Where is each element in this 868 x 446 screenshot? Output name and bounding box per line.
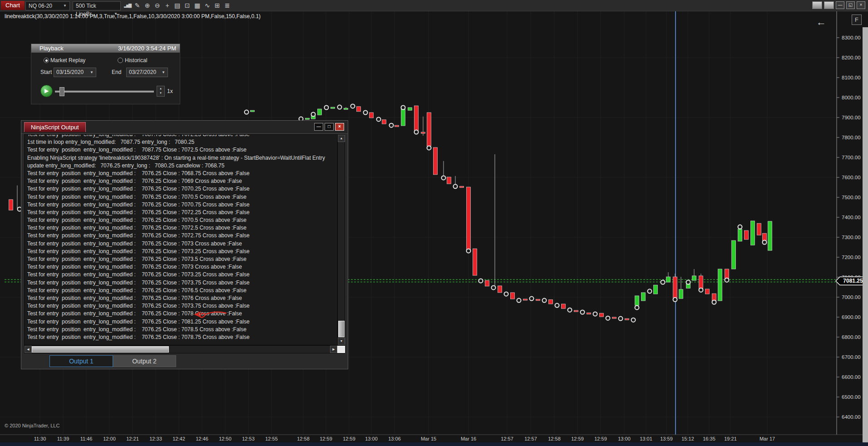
ninjascript-output-window: NinjaScript Output —□× Test for entry po… [21,120,348,369]
market-replay-radio[interactable] [44,58,49,63]
svg-text:6900.00: 6900.00 [842,314,861,320]
start-date-dropdown[interactable]: 03/15/2020▼ [54,68,96,77]
data-box-icon[interactable]: ▤ [173,0,181,10]
minimize-icon[interactable]: — [314,123,323,131]
close-icon[interactable]: × [335,123,344,131]
tab-chart[interactable]: Chart [1,1,25,10]
play-button[interactable]: ▶ [40,85,53,97]
scroll-down-icon[interactable]: ▼ [338,338,345,345]
speed-slider-track[interactable] [55,91,154,93]
close-icon[interactable]: × [857,1,865,9]
workspace-square-1-button[interactable] [812,1,822,9]
log-line: Test for entry position entry_long_modif… [27,255,337,263]
svg-text:8000.00: 8000.00 [842,95,861,100]
output-tabs: Output 1 Output 2 [49,355,176,367]
bar-chart-icon[interactable]: ▂▅▇ [123,0,131,10]
log-line: Test for entry position entry_long_modif… [27,271,337,279]
output-body: Test for entry position entry_long_modif… [24,134,345,345]
svg-text:7900.00: 7900.00 [842,115,861,120]
tab-output-1[interactable]: Output 1 [49,355,113,367]
copyright-text: © 2020 NinjaTrader, LLC [5,423,59,428]
svg-text:12:46: 12:46 [196,436,208,441]
right-scrollbar-strip[interactable] [863,27,868,446]
resize-grip[interactable] [337,346,345,353]
scroll-right-icon[interactable]: ▶ [330,346,337,353]
svg-text:13:01: 13:01 [640,436,652,441]
svg-text:12:59: 12:59 [594,436,607,441]
svg-text:12:42: 12:42 [173,436,185,441]
historical-label: Historical [125,57,147,64]
svg-text:12:21: 12:21 [126,436,139,441]
f-button[interactable]: F [852,15,862,25]
strategy-grid-icon[interactable]: ⊞ [213,0,221,10]
zigzag-line-icon[interactable]: ∿ [203,0,211,10]
maximize-icon[interactable]: □ [325,123,334,131]
svg-text:6700.00: 6700.00 [842,354,861,360]
playback-header[interactable]: Playback 3/16/2020 3:54:24 PM [31,44,180,53]
chart-type-icon[interactable]: ▦ [193,0,201,10]
horizontal-scroll-thumb[interactable] [32,346,169,353]
log-line: Test for entry position entry_long_modif… [27,248,337,255]
pencil-draw-icon[interactable]: ✎ [133,0,141,10]
chevron-down-icon: ▼ [90,68,94,77]
speed-slider-handle[interactable] [59,87,64,96]
svg-text:13:00: 13:00 [365,436,378,441]
svg-text:12:58: 12:58 [548,436,561,441]
svg-text:12:00: 12:00 [103,436,116,441]
horizontal-scrollbar[interactable]: ◀ ▶ [24,345,345,353]
log-line: Test for entry position entry_long_modif… [27,318,337,326]
log-line: Test for entry position entry_long_modif… [27,302,337,310]
tab-output-2[interactable]: Output 2 [113,355,176,367]
svg-text:8300.00: 8300.00 [842,35,861,40]
crosshair-icon[interactable]: + [163,0,171,10]
playback-title: Playback [39,44,64,53]
market-replay-label: Market Replay [50,57,85,64]
log-line: Test for entry position entry_long_modif… [27,177,337,185]
left-arrow-icon[interactable]: ← [816,16,826,28]
log-line: Test for entry position entry_long_modif… [27,201,337,209]
scroll-left-icon[interactable]: ◀ [25,346,32,353]
output-window-controls: —□× [314,123,344,131]
log-line: Enabling NinjaScript strategy 'linebreak… [27,154,337,162]
end-date-dropdown[interactable]: 03/27/2020▼ [126,68,168,77]
log-line: update entry_long_modified: 7076.25 entr… [27,162,337,170]
toolbar-icons: ▂▅▇✎⊕⊖+▤⊡▦∿⊞≣ [123,0,233,10]
list-view-icon[interactable]: ≣ [223,0,231,10]
svg-text:12:57: 12:57 [501,436,513,441]
red-annotation-arrow [192,310,229,319]
instrument-value: NQ 06-20 [29,3,52,9]
svg-text:12:50: 12:50 [219,436,232,441]
log-line: Test for entry position entry_long_modif… [27,333,337,341]
instrument-dropdown[interactable]: NQ 06-20▼ [25,1,70,10]
period-dropdown[interactable]: 500 Tick LineBr...▼ [73,1,121,10]
svg-text:7081.25: 7081.25 [843,278,863,284]
zoom-in-icon[interactable]: ⊕ [143,0,151,10]
window-controls: —◱× [812,1,865,9]
svg-text:12:57: 12:57 [524,436,537,441]
svg-text:12:59: 12:59 [571,436,584,441]
output-titlebar[interactable]: NinjaScript Output —□× [21,121,348,134]
svg-text:7600.00: 7600.00 [842,175,861,180]
output-log[interactable]: Test for entry position entry_long_modif… [25,135,337,345]
log-line: Test for entry position entry_long_modif… [27,240,337,248]
historical-radio[interactable] [118,58,123,63]
svg-text:12:55: 12:55 [265,436,278,441]
svg-text:12:58: 12:58 [297,436,310,441]
log-line: Test for entry position entry_long_modif… [27,135,337,138]
scroll-up-icon[interactable]: ▲ [338,135,345,142]
speed-stepper[interactable]: ▲▼ [157,86,165,97]
minimize-icon[interactable]: — [836,1,844,9]
panel-grid-icon[interactable]: ⊡ [183,0,191,10]
restore-icon[interactable]: ◱ [846,1,855,9]
strategy-parameters-text: linebreaktick(30,3/30/2020 1:14:00 PM,3,… [5,13,261,20]
zoom-out-icon[interactable]: ⊖ [153,0,161,10]
vertical-scroll-thumb[interactable] [338,321,345,337]
log-line: Test for entry position entry_long_modif… [27,170,337,177]
log-line: Test for entry position entry_long_modif… [27,294,337,302]
workspace-square-2-button[interactable] [824,1,834,9]
period-value: 500 Tick LineBr... [76,3,96,17]
svg-text:Mar 16: Mar 16 [461,436,476,441]
log-line: Test for entry position entry_long_modif… [27,279,337,287]
svg-text:6400.00: 6400.00 [842,414,861,420]
vertical-scrollbar[interactable]: ▲ ▼ [337,135,345,345]
